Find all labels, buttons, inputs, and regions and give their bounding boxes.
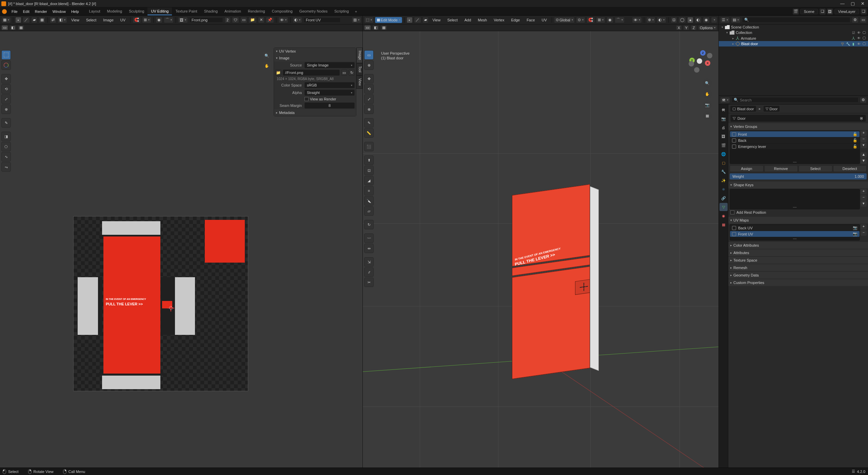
scene-new-button[interactable]: ❏ bbox=[820, 8, 826, 15]
vp-tool-extrude[interactable]: ⬆ bbox=[364, 155, 374, 165]
uv-image-name-field[interactable]: Front.png bbox=[189, 17, 223, 23]
prop-tab-material[interactable]: ◉ bbox=[719, 212, 728, 220]
scene-name-field[interactable]: Scene bbox=[800, 9, 818, 14]
vp-xray-toggle[interactable]: ⊡ bbox=[671, 17, 677, 23]
vp-tool-add-cube[interactable]: ⬛ bbox=[364, 142, 374, 151]
prop-tab-output[interactable]: 🖨 bbox=[719, 124, 728, 132]
shapekey-add-button[interactable]: + bbox=[861, 189, 867, 194]
vp-menu-face[interactable]: Face bbox=[524, 18, 537, 22]
vgroup-select-button[interactable]: Select bbox=[798, 165, 832, 172]
uv-tool-rip[interactable]: ◨ bbox=[1, 132, 11, 141]
vp-tool-inset[interactable]: ⊡ bbox=[364, 166, 374, 175]
uv-menu-select[interactable]: Select bbox=[83, 18, 99, 22]
panel-texture-space-header[interactable]: ▸Texture Space bbox=[728, 257, 868, 264]
panel-vertex-groups-header[interactable]: ▾Vertex Groups bbox=[728, 123, 868, 130]
menu-help[interactable]: Help bbox=[68, 10, 82, 14]
vgroup-icon[interactable]: ▮ bbox=[851, 41, 856, 46]
orientation-gizmo[interactable]: Z Y X bbox=[687, 49, 712, 73]
properties-search[interactable]: 🔍 bbox=[731, 97, 859, 103]
vp-orientation[interactable]: ⊙ Global▾ bbox=[554, 17, 575, 23]
uv-toolsetting-1[interactable]: ▭ bbox=[1, 25, 8, 30]
vp-menu-edge[interactable]: Edge bbox=[508, 18, 522, 22]
vgroup-remove-button[interactable]: − bbox=[861, 137, 867, 142]
vp-snap-toggle[interactable]: 🧲 bbox=[587, 17, 595, 23]
uv-image-new[interactable]: ▭ bbox=[240, 17, 247, 23]
mode-selector[interactable]: ▦ Edit Mode▾ bbox=[375, 17, 402, 23]
uv-view-as-render-checkbox[interactable] bbox=[304, 97, 309, 101]
menu-file[interactable]: File bbox=[9, 10, 20, 14]
uv-tool-scale[interactable]: ⤢ bbox=[1, 94, 11, 104]
uv-seam-margin-field[interactable]: 8 bbox=[304, 102, 355, 109]
uv-panel-image[interactable]: ▾Image bbox=[274, 55, 356, 61]
vp-tool-edgeslide[interactable]: ⇔ bbox=[364, 244, 374, 253]
vp-menu-vertex[interactable]: Vertex bbox=[491, 18, 507, 22]
viewlayer-new-button[interactable]: ❏ bbox=[861, 8, 867, 15]
uv-image-open[interactable]: 📁 bbox=[249, 17, 257, 23]
uv-image-pin[interactable]: 📌 bbox=[266, 17, 274, 23]
lock-icon[interactable]: 🔓 bbox=[853, 132, 857, 136]
uv-toolsetting-2[interactable]: ◧ bbox=[9, 25, 16, 30]
menu-window[interactable]: Window bbox=[50, 10, 68, 14]
editor-type-selector[interactable]: ▦▾ bbox=[1, 17, 11, 23]
uv-filepath-field[interactable]: //Front.png bbox=[283, 70, 340, 76]
prop-tab-render[interactable]: 📷 bbox=[719, 115, 728, 123]
vp-overlays-toggle[interactable]: ◐▾ bbox=[657, 17, 666, 23]
outliner-row-scene[interactable]: ▾ Scene Collection bbox=[719, 24, 868, 30]
uvmap-remove-button[interactable]: − bbox=[861, 230, 867, 236]
prop-tab-scene[interactable]: 🎬 bbox=[719, 141, 728, 149]
panel-custom-props-header[interactable]: ▸Custom Properties bbox=[728, 279, 868, 286]
vp-tool-scale[interactable]: ⤢ bbox=[364, 94, 374, 104]
uv-zoom-button[interactable]: 🔍 bbox=[263, 52, 271, 60]
workspace-tab-animation[interactable]: Animation bbox=[221, 7, 244, 15]
uv-tool-pinch[interactable]: ⥆ bbox=[1, 162, 11, 172]
vp-tool-cursor[interactable]: ⊕ bbox=[364, 60, 374, 70]
uv-image-users[interactable]: 2 bbox=[224, 17, 231, 23]
vp-xyz-y[interactable]: Y bbox=[683, 25, 689, 30]
vgroup-weight-slider[interactable]: Weight 1.000 bbox=[730, 173, 867, 179]
uv-menu-view[interactable]: View bbox=[68, 18, 82, 22]
uv-overlays-dropdown[interactable]: ▥▾ bbox=[352, 17, 361, 23]
workspace-tab-scripting[interactable]: Scripting bbox=[331, 7, 352, 15]
object-hide-icon[interactable]: 👁 bbox=[856, 41, 861, 46]
prop-tab-tool[interactable]: 🛠 bbox=[719, 106, 728, 114]
workspace-tab-rendering[interactable]: Rendering bbox=[244, 7, 269, 15]
uvmap-item-back[interactable]: Back UV📷 bbox=[730, 225, 860, 231]
outliner-row-blast-door[interactable]: ▸ Blast door ▽🔧▮👁🖵 bbox=[719, 41, 868, 46]
vp-tool-loopcut[interactable]: ≡ bbox=[364, 186, 374, 195]
window-minimize-button[interactable]: — bbox=[840, 1, 845, 6]
vp-toolsetting-1[interactable]: ▭ bbox=[364, 25, 371, 30]
mesh-select-vertex[interactable]: ▪ bbox=[407, 17, 413, 23]
uv-image-fake-user[interactable]: 🛡 bbox=[232, 17, 239, 23]
window-maximize-button[interactable]: ▢ bbox=[851, 1, 855, 6]
outliner[interactable]: ▾ Scene Collection ▾ Collection ☑👁🖵 ▸人 A… bbox=[719, 24, 868, 96]
shapekeys-list[interactable]: •••• bbox=[730, 189, 860, 209]
add-rest-position-checkbox[interactable] bbox=[730, 210, 734, 214]
armature-data-icon[interactable]: 人 bbox=[851, 36, 856, 41]
uv-snap-type[interactable]: ⊞▾ bbox=[142, 17, 151, 23]
vgroup-assign-button[interactable]: Assign bbox=[730, 165, 764, 172]
vgroup-item-emergency[interactable]: Emergency lever🔓 bbox=[730, 144, 860, 149]
breadcrumb-object[interactable]: ▢ Blast door bbox=[730, 106, 756, 112]
vp-tool-annotate[interactable]: ✎ bbox=[364, 118, 374, 128]
workspace-tab-shading[interactable]: Shading bbox=[201, 7, 221, 15]
uv-tool-cursor[interactable] bbox=[1, 60, 11, 70]
menu-edit[interactable]: Edit bbox=[20, 10, 32, 14]
properties-editor-type[interactable]: 🛠▾ bbox=[720, 97, 730, 103]
vp-mesh-visibility[interactable]: 👁▾ bbox=[632, 17, 642, 23]
gizmo-z-axis[interactable]: Z bbox=[700, 50, 706, 56]
uv-tool-annotate[interactable]: ✎ bbox=[1, 118, 11, 128]
viewlayer-name-field[interactable]: ViewLayer bbox=[834, 9, 859, 14]
panel-geometry-data-header[interactable]: ▸Geometry Data bbox=[728, 272, 868, 279]
vp-tool-measure[interactable]: 📏 bbox=[364, 128, 374, 138]
prop-tab-object[interactable]: ▢ bbox=[719, 159, 728, 167]
uv-menu-uv[interactable]: UV bbox=[118, 18, 128, 22]
shapekey-remove-button[interactable]: − bbox=[861, 195, 867, 201]
gizmo-neg-x[interactable] bbox=[689, 61, 694, 66]
armature-hide-icon[interactable]: 👁 bbox=[856, 36, 861, 41]
vp-shading-dropdown[interactable]: ▾ bbox=[711, 17, 717, 23]
uv-show-overlays[interactable]: 👁▾ bbox=[278, 17, 288, 23]
uv-source-select[interactable]: Single Image▾ bbox=[304, 62, 355, 68]
vgroup-specials-button[interactable]: ▾ bbox=[861, 143, 867, 148]
prop-tab-particles[interactable]: ✨ bbox=[719, 176, 728, 185]
prop-tab-modifier[interactable]: 🔧 bbox=[719, 168, 728, 176]
